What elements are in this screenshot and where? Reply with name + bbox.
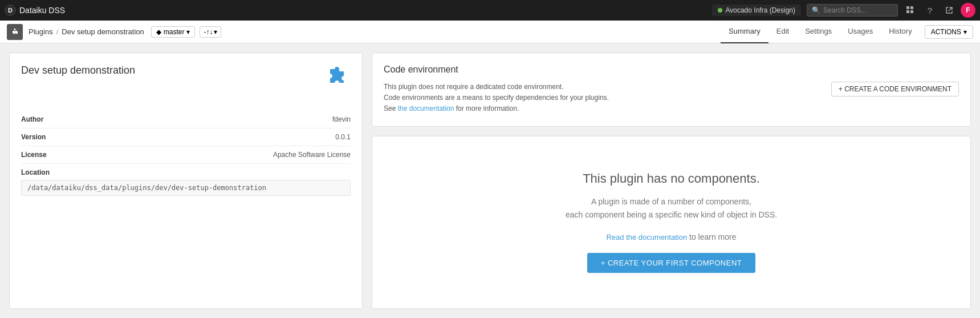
tab-usages[interactable]: Usages [840,21,881,43]
author-row: Author fdevin [21,111,351,128]
license-value: Apache Software License [67,151,351,159]
no-components-title: This plugin has no components. [583,171,760,186]
env-status-dot [718,8,722,13]
no-components-card: This plugin has no components. A plugin … [372,136,971,309]
svg-rect-3 [910,6,913,9]
no-comp-line1: A plugin is made of a number of componen… [566,195,777,208]
version-row: Version 0.0.1 [21,128,351,146]
plugins-link[interactable]: Plugins [29,27,53,36]
breadcrumb: Plugins / Dev setup demonstration [29,27,144,36]
help-icon[interactable]: ? [922,2,938,18]
code-env-body: This plugin does not require a dedicated… [384,82,959,115]
no-components-description: A plugin is made of a number of componen… [566,195,777,221]
plugin-info-card: Dev setup demonstration Author fdevin Ve… [9,53,363,309]
app-name: Dataiku DSS [19,6,65,15]
actions-button[interactable]: ACTIONS ▾ [925,25,973,39]
search-icon: 🔍 [812,6,820,14]
code-env-doc-link[interactable]: the documentation [398,104,454,112]
sort-label: -↑↓ [204,28,213,36]
plugin-metadata: Author fdevin Version 0.0.1 License Apac… [21,111,351,200]
branch-dropdown-icon: ▾ [186,28,190,36]
no-comp-line2: each component being a specific new kind… [566,208,777,221]
svg-rect-2 [906,6,909,9]
version-value: 0.0.1 [67,133,351,141]
create-code-env-button[interactable]: + CREATE A CODE ENVIRONMENT [831,82,959,96]
plugin-display-title: Dev setup demonstration [21,65,135,77]
create-first-component-button[interactable]: + CREATE YOUR FIRST COMPONENT [587,253,755,273]
doc-link-suffix: to learn more [687,232,736,241]
git-icon: ◆ [156,28,161,36]
branch-label: master [164,28,185,36]
code-env-line2: Code environments are a means to specify… [384,92,609,103]
plugin-nav-icon [7,24,23,40]
breadcrumb-separator: / [56,27,59,36]
tab-bar: Summary Edit Settings Usages History [721,21,920,43]
svg-rect-4 [906,10,909,13]
search-bar[interactable]: 🔍 Search DSS... [807,4,898,17]
code-env-description: This plugin does not require a dedicated… [384,82,609,115]
main-content: Dev setup demonstration Author fdevin Ve… [0,43,980,318]
external-link-icon[interactable] [941,2,957,18]
version-label: Version [21,133,67,141]
plugin-title-row: Dev setup demonstration [21,65,351,97]
sort-button[interactable]: -↑↓ ▾ [200,26,221,38]
author-label: Author [21,115,67,123]
top-nav-icons: ? F [902,2,975,18]
sort-dropdown-icon: ▾ [214,28,217,36]
svg-text:D: D [8,7,13,14]
current-plugin-name: Dev setup demonstration [62,27,144,36]
license-row: License Apache Software License [21,146,351,164]
env-name: Avocado Infra (Design) [725,6,795,14]
search-placeholder-text: Search DSS... [823,6,867,14]
location-label: Location [21,168,67,176]
tab-history[interactable]: History [881,21,920,43]
right-panel: Code environment This plugin does not re… [372,53,971,309]
location-row: Location /data/dataiku/dss_data/plugins/… [21,164,351,200]
code-env-line3: See the documentation for more informati… [384,103,609,114]
code-env-line1: This plugin does not require a dedicated… [384,82,609,92]
grid-icon[interactable] [902,2,918,18]
app-logo[interactable]: D Dataiku DSS [5,5,65,16]
branch-selector[interactable]: ◆ master ▾ [151,26,196,38]
actions-dropdown-icon: ▾ [963,28,967,36]
actions-label: ACTIONS [931,28,961,36]
plugin-puzzle-icon [323,65,351,97]
env-indicator[interactable]: Avocado Infra (Design) [712,5,801,16]
no-comp-doc-line: Read the documentation to learn more [606,232,736,241]
license-label: License [21,151,67,159]
svg-rect-5 [910,10,913,13]
tab-settings[interactable]: Settings [797,21,840,43]
tab-summary[interactable]: Summary [721,21,768,43]
code-env-title: Code environment [384,65,959,75]
code-environment-card: Code environment This plugin does not re… [372,53,971,127]
author-value: fdevin [67,115,351,123]
user-avatar[interactable]: F [961,3,975,18]
location-path: /data/dataiku/dss_data/plugins/dev/dev-s… [21,180,351,196]
tab-edit[interactable]: Edit [768,21,797,43]
top-navbar: D Dataiku DSS Avocado Infra (Design) 🔍 S… [0,0,980,21]
secondary-navbar: Plugins / Dev setup demonstration ◆ mast… [0,21,980,43]
read-documentation-link[interactable]: Read the documentation [606,233,687,241]
